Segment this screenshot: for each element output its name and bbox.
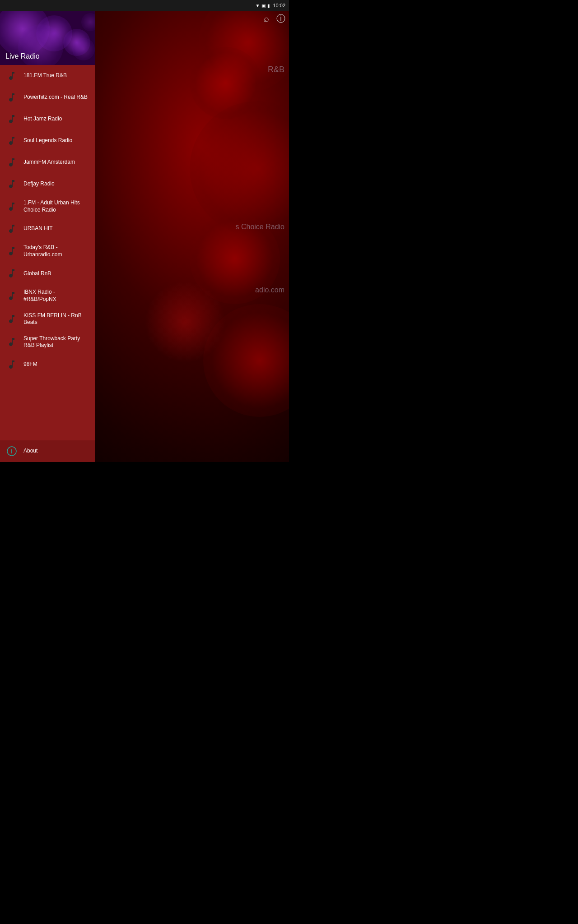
music-note-icon xyxy=(5,200,18,213)
station-name-label: Global RnB xyxy=(23,270,51,277)
music-note-icon xyxy=(5,290,18,302)
music-note-icon xyxy=(5,178,18,190)
music-note-icon xyxy=(5,222,18,235)
station-name-label: Hot Jamz Radio xyxy=(23,116,62,123)
station-item[interactable]: URBAN HIT xyxy=(0,218,95,240)
info-icon[interactable]: ⓘ xyxy=(276,13,285,25)
music-note-icon xyxy=(5,358,18,371)
station-name-label: IBNX Radio - #R&B/PopNX xyxy=(23,289,89,303)
music-note-icon xyxy=(5,156,18,169)
station-name-label: 98FM xyxy=(23,361,37,368)
sidebar-header: Live Radio xyxy=(0,11,95,65)
station-item[interactable]: Global RnB xyxy=(0,263,95,284)
station-name-label: Soul Legends Radio xyxy=(23,137,72,144)
station-name-label: Super Throwback Party R&B Playlist xyxy=(23,335,89,349)
station-name-label: 181.FM True R&B xyxy=(23,72,67,79)
station-item[interactable]: 181.FM True R&B xyxy=(0,65,95,87)
wifi-icon: ▼ xyxy=(256,3,260,8)
music-note-icon xyxy=(5,267,18,280)
station-item[interactable]: JammFM Amsterdam xyxy=(0,152,95,173)
station-name-label: Defjay Radio xyxy=(23,180,55,188)
station-list[interactable]: 181.FM True R&B Powerhitz.com - Real R&B… xyxy=(0,65,95,440)
about-info-icon: i xyxy=(5,445,18,457)
music-note-icon xyxy=(5,113,18,125)
station-name-label: KISS FM BERLIN - RnB Beats xyxy=(23,312,89,326)
station-name-label: URBAN HIT xyxy=(23,225,53,232)
station-name-label: 1.FM - Adult Urban Hits Choice Radio xyxy=(23,199,89,213)
music-note-icon xyxy=(5,91,18,104)
music-note-icon xyxy=(5,245,18,258)
search-icon[interactable]: ⌕ xyxy=(264,14,269,24)
about-label: About xyxy=(23,448,37,455)
signal-icon: ▣ xyxy=(261,3,266,8)
station-item[interactable]: 1.FM - Adult Urban Hits Choice Radio xyxy=(0,195,95,218)
top-bar-icons: ⌕ ⓘ xyxy=(264,13,285,25)
station-item[interactable]: 98FM xyxy=(0,354,95,375)
station-item[interactable]: IBNX Radio - #R&B/PopNX xyxy=(0,284,95,307)
station-name-label: JammFM Amsterdam xyxy=(23,159,75,166)
station-item[interactable]: Super Throwback Party R&B Playlist xyxy=(0,331,95,354)
station-name-label: Powerhitz.com - Real R&B xyxy=(23,94,88,101)
music-note-icon xyxy=(5,313,18,325)
station-item[interactable]: KISS FM BERLIN - RnB Beats xyxy=(0,308,95,331)
svg-text:i: i xyxy=(11,448,13,455)
music-note-icon xyxy=(5,69,18,82)
about-item[interactable]: i About xyxy=(0,440,95,462)
station-item[interactable]: Defjay Radio xyxy=(0,173,95,195)
station-item[interactable]: Today's R&B - Urbanradio.com xyxy=(0,240,95,263)
sidebar: Live Radio 181.FM True R&B Powerhitz.com… xyxy=(0,11,95,462)
station-name-label: Today's R&B - Urbanradio.com xyxy=(23,244,89,258)
status-bar: ▼ ▣ ▮ 10:02 xyxy=(0,0,289,11)
status-time: 10:02 xyxy=(273,3,285,8)
right-text-3: adio.com xyxy=(255,286,284,294)
station-item[interactable]: Hot Jamz Radio xyxy=(0,108,95,130)
right-text-2: s Choice Radio xyxy=(236,223,285,231)
station-item[interactable]: Soul Legends Radio xyxy=(0,130,95,152)
battery-icon: ▮ xyxy=(267,3,270,8)
station-item[interactable]: Powerhitz.com - Real R&B xyxy=(0,87,95,108)
music-note-icon xyxy=(5,134,18,147)
sidebar-title: Live Radio xyxy=(5,52,40,60)
music-note-icon xyxy=(5,336,18,348)
status-icons: ▼ ▣ ▮ xyxy=(256,3,270,8)
right-text-1: R&B xyxy=(268,65,284,74)
